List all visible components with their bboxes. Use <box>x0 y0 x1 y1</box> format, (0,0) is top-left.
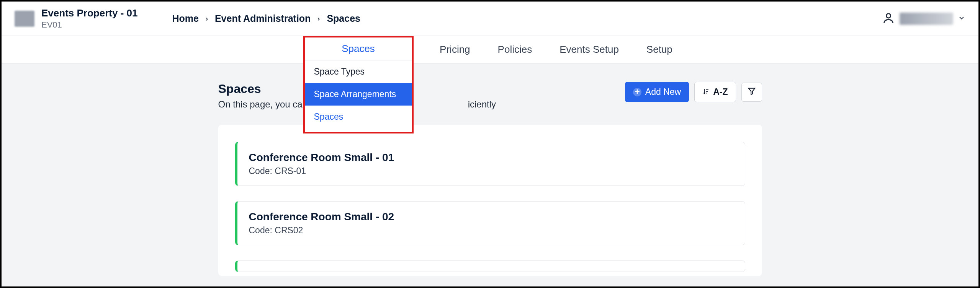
code-value: CRS02 <box>275 225 303 235</box>
tab-pricing[interactable]: Pricing <box>439 41 471 58</box>
breadcrumb: Home Event Administration Spaces <box>172 13 360 24</box>
add-new-label: Add New <box>645 87 681 97</box>
property-logo <box>15 11 34 27</box>
subtitle-suffix: iciently <box>468 99 496 109</box>
space-card-partial[interactable] <box>235 260 745 272</box>
spaces-dropdown: Spaces Space Types Space Arrangements Sp… <box>303 36 414 133</box>
code-value: CRS-01 <box>275 166 306 176</box>
svg-marker-1 <box>748 88 755 94</box>
dropdown-item-space-types[interactable]: Space Types <box>305 60 412 83</box>
plus-circle-icon: + <box>633 88 641 96</box>
highlight-box: Spaces Space Types Space Arrangements Sp… <box>303 36 414 133</box>
filter-button[interactable] <box>741 83 762 102</box>
sort-icon <box>702 87 709 97</box>
spaces-list-container: Conference Room Small - 01 Code: CRS-01 … <box>218 125 762 276</box>
chevron-down-icon <box>958 14 965 23</box>
tab-policies[interactable]: Policies <box>497 41 533 58</box>
sort-button[interactable]: A-Z <box>694 82 736 102</box>
page-subtitle: On this page, you caxxxxxxxxxxxxxxxxxxxx… <box>218 99 617 110</box>
property-code: EV01 <box>41 20 137 29</box>
content-area: Spaces On this page, you caxxxxxxxxxxxxx… <box>2 63 978 288</box>
page-actions: + Add New A-Z <box>625 82 762 102</box>
breadcrumb-admin[interactable]: Event Administration <box>215 13 311 24</box>
chevron-right-icon <box>204 13 209 24</box>
topbar-right <box>882 11 965 26</box>
tab-events-setup[interactable]: Events Setup <box>559 41 620 58</box>
subtitle-prefix: On this page, you ca <box>218 99 303 109</box>
tab-bar: Spaces Packages Pricing Policies Events … <box>2 36 978 63</box>
property-text: Events Property - 01 EV01 <box>41 8 137 29</box>
dropdown-header[interactable]: Spaces <box>305 37 412 60</box>
user-name-blurred <box>900 13 953 25</box>
user-menu[interactable] <box>882 11 965 26</box>
code-label: Code: <box>249 225 272 235</box>
svg-point-0 <box>886 13 890 18</box>
space-title: Conference Room Small - 02 <box>249 211 733 223</box>
space-card[interactable]: Conference Room Small - 02 Code: CRS02 <box>235 201 745 245</box>
breadcrumb-home[interactable]: Home <box>172 13 198 24</box>
dropdown-item-spaces[interactable]: Spaces <box>305 106 412 128</box>
tab-setup[interactable]: Setup <box>646 41 673 58</box>
space-card[interactable]: Conference Room Small - 01 Code: CRS-01 <box>235 142 745 186</box>
property-name: Events Property - 01 <box>41 8 137 19</box>
dropdown-header-label: Spaces <box>342 43 375 54</box>
property-block: Events Property - 01 EV01 <box>15 8 137 29</box>
top-header: Events Property - 01 EV01 Home Event Adm… <box>2 2 978 36</box>
breadcrumb-current: Spaces <box>327 13 360 24</box>
space-code: Code: CRS02 <box>249 225 733 236</box>
page-header: Spaces On this page, you caxxxxxxxxxxxxx… <box>218 82 762 110</box>
filter-icon <box>748 87 756 98</box>
space-title: Conference Room Small - 01 <box>249 151 733 164</box>
sort-label: A-Z <box>713 87 728 97</box>
chevron-right-icon <box>316 13 321 24</box>
code-label: Code: <box>249 166 272 176</box>
space-code: Code: CRS-01 <box>249 166 733 176</box>
add-new-button[interactable]: + Add New <box>625 82 689 102</box>
dropdown-item-space-arrangements[interactable]: Space Arrangements <box>305 83 412 106</box>
user-icon <box>882 11 895 26</box>
dropdown-body: Space Types Space Arrangements Spaces <box>305 60 412 132</box>
page-title: Spaces <box>218 82 617 96</box>
